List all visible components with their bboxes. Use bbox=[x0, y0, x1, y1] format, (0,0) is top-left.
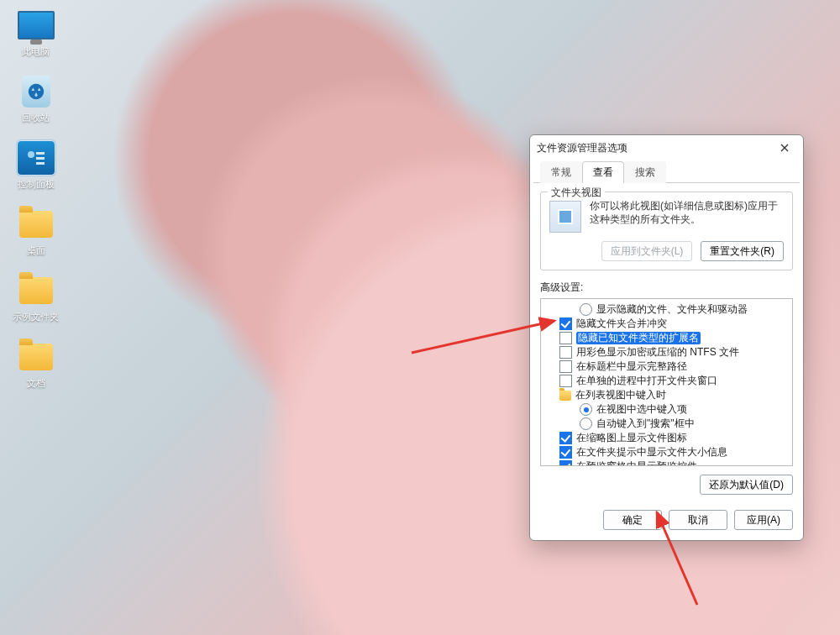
opt-label: 在视图中选中键入项 bbox=[596, 403, 687, 416]
dialog-body: 文件夹视图 你可以将此视图(如详细信息或图标)应用于这种类型的所有文件夹。 应用… bbox=[530, 183, 803, 503]
checkbox-icon bbox=[559, 460, 572, 466]
checkbox-icon bbox=[559, 375, 572, 387]
svg-point-0 bbox=[28, 151, 34, 158]
close-button[interactable] bbox=[773, 139, 796, 157]
folder-view-group: 文件夹视图 你可以将此视图(如详细信息或图标)应用于这种类型的所有文件夹。 应用… bbox=[540, 192, 793, 270]
tab-view[interactable]: 查看 bbox=[582, 161, 624, 183]
svg-rect-1 bbox=[36, 152, 45, 155]
opt-separate-process[interactable]: 在单独的进程中打开文件夹窗口 bbox=[543, 374, 790, 388]
opt-preview-controls[interactable]: 在预览窗格中显示预览控件 bbox=[543, 459, 790, 466]
desktop-icon-recycle-bin[interactable]: 回收站 bbox=[4, 75, 67, 124]
opt-color-ntfs[interactable]: 用彩色显示加密或压缩的 NTFS 文件 bbox=[543, 345, 790, 359]
checkbox-icon bbox=[559, 360, 572, 373]
opt-label: 在文件夹提示中显示文件大小信息 bbox=[576, 446, 727, 459]
folder-view-icon bbox=[549, 201, 581, 233]
opt-show-hidden[interactable]: 显示隐藏的文件、文件夹和驱动器 bbox=[543, 302, 790, 317]
desktop-icon-folder-desktop[interactable]: 桌面 bbox=[4, 207, 67, 257]
apply-button[interactable]: 应用(A) bbox=[734, 510, 793, 530]
svg-rect-3 bbox=[36, 162, 45, 165]
opt-label: 隐藏文件夹合并冲突 bbox=[576, 318, 667, 330]
folder-view-legend: 文件夹视图 bbox=[548, 186, 605, 200]
reset-folders-button[interactable]: 重置文件夹(R) bbox=[701, 241, 784, 261]
dialog-title: 文件资源管理器选项 bbox=[537, 141, 773, 155]
folder-icon bbox=[19, 277, 53, 304]
advanced-settings-tree[interactable]: 显示隐藏的文件、文件夹和驱动器 隐藏文件夹合并冲突 隐藏已知文件类型的扩展名 用… bbox=[540, 298, 793, 466]
dialog-titlebar[interactable]: 文件资源管理器选项 bbox=[530, 135, 803, 160]
desktop-icon-folder-docs[interactable]: 文档 bbox=[4, 340, 67, 390]
opt-label: 在缩略图上显示文件图标 bbox=[576, 432, 687, 444]
opt-select-in-view[interactable]: 在视图中选中键入项 bbox=[543, 402, 790, 417]
opt-hide-extensions[interactable]: 隐藏已知文件类型的扩展名 bbox=[543, 331, 790, 345]
close-icon bbox=[780, 144, 789, 152]
desktop-icon-label: 文档 bbox=[27, 377, 45, 390]
opt-merge-conflict[interactable]: 隐藏文件夹合并冲突 bbox=[543, 317, 790, 331]
opt-folder-size[interactable]: 在文件夹提示中显示文件大小信息 bbox=[543, 445, 790, 459]
control-panel-icon bbox=[18, 141, 55, 175]
cancel-button[interactable]: 取消 bbox=[669, 510, 727, 530]
folder-view-text: 你可以将此视图(如详细信息或图标)应用于这种类型的所有文件夹。 bbox=[590, 199, 784, 226]
opt-label: 在列表视图中键入时 bbox=[575, 389, 666, 401]
folder-icon bbox=[19, 211, 53, 238]
opt-thumb-icon[interactable]: 在缩略图上显示文件图标 bbox=[543, 431, 790, 445]
recycle-bin-icon bbox=[22, 76, 50, 108]
folder-icon bbox=[559, 391, 571, 401]
opt-label: 用彩色显示加密或压缩的 NTFS 文件 bbox=[576, 346, 739, 359]
desktop-icon-control-panel[interactable]: 控制面板 bbox=[4, 141, 67, 191]
dialog-footer: 确定 取消 应用(A) bbox=[530, 503, 803, 540]
opt-full-path[interactable]: 在标题栏中显示完整路径 bbox=[543, 359, 790, 374]
desktop-icons: 此电脑 回收站 控制面板 桌面 示例文件夹 文档 bbox=[4, 8, 67, 390]
apply-to-folders-button[interactable]: 应用到文件夹(L) bbox=[601, 241, 693, 261]
checkbox-icon bbox=[559, 346, 572, 359]
radio-icon bbox=[580, 403, 592, 416]
opt-label: 在预览窗格中显示预览控件 bbox=[576, 460, 697, 466]
radio-icon bbox=[580, 303, 592, 316]
desktop-icon-label: 示例文件夹 bbox=[13, 311, 59, 323]
tab-general[interactable]: 常规 bbox=[540, 161, 582, 183]
checkbox-icon bbox=[559, 318, 572, 330]
monitor-icon bbox=[18, 11, 55, 39]
checkbox-icon bbox=[559, 332, 572, 344]
folder-options-dialog: 文件资源管理器选项 常规 查看 搜索 文件夹视图 你可以将此视图(如详细信息或图… bbox=[529, 134, 804, 541]
checkbox-icon bbox=[559, 432, 572, 444]
tab-search[interactable]: 搜索 bbox=[624, 161, 666, 183]
restore-defaults-button[interactable]: 还原为默认值(D) bbox=[700, 475, 793, 495]
desktop-icon-folder-sample[interactable]: 示例文件夹 bbox=[4, 274, 67, 323]
checkbox-icon bbox=[559, 446, 572, 459]
opt-list-enter-group[interactable]: 在列表视图中键入时 bbox=[543, 388, 790, 402]
desktop-icon-label: 回收站 bbox=[22, 112, 50, 124]
advanced-settings-label: 高级设置: bbox=[540, 281, 793, 295]
opt-label: 自动键入到"搜索"框中 bbox=[596, 417, 695, 430]
radio-icon bbox=[580, 417, 592, 430]
ok-button[interactable]: 确定 bbox=[603, 510, 662, 530]
folder-icon bbox=[19, 344, 53, 370]
desktop-icon-this-pc[interactable]: 此电脑 bbox=[4, 8, 67, 58]
svg-rect-2 bbox=[36, 157, 45, 160]
desktop-icon-label: 此电脑 bbox=[22, 45, 50, 58]
opt-label: 显示隐藏的文件、文件夹和驱动器 bbox=[596, 303, 748, 316]
opt-auto-search[interactable]: 自动键入到"搜索"框中 bbox=[543, 417, 790, 431]
opt-label: 在单独的进程中打开文件夹窗口 bbox=[576, 375, 717, 387]
desktop-icon-label: 桌面 bbox=[27, 244, 45, 257]
opt-label: 隐藏已知文件类型的扩展名 bbox=[576, 332, 701, 344]
opt-label: 在标题栏中显示完整路径 bbox=[576, 360, 687, 373]
tab-bar: 常规 查看 搜索 bbox=[533, 160, 800, 183]
desktop-icon-label: 控制面板 bbox=[18, 178, 55, 191]
